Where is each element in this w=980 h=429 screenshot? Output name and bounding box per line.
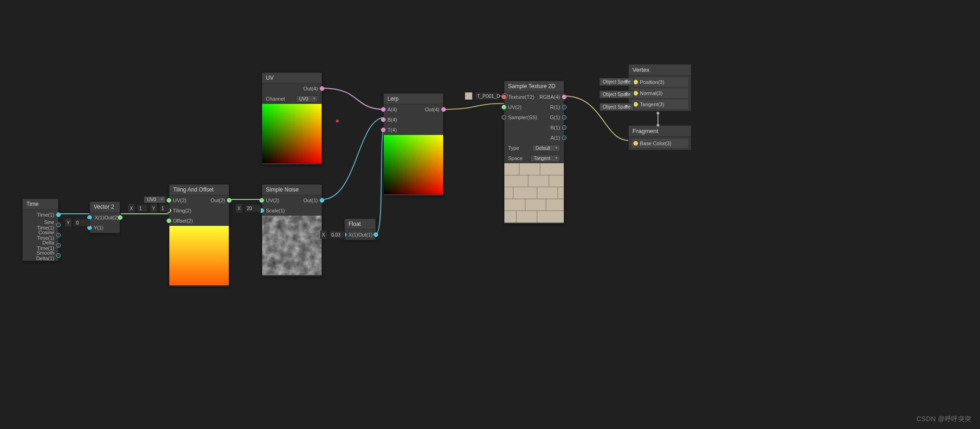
port-label: G(1) (550, 115, 560, 120)
tiling-xy-input[interactable]: X1 Y1 (128, 204, 171, 212)
svg-rect-3 (262, 216, 322, 275)
port-label: Out(2) (104, 215, 119, 220)
input-port[interactable] (502, 105, 506, 109)
space-tag: Object Space (600, 90, 634, 98)
svg-rect-2 (262, 104, 322, 163)
input-port[interactable] (633, 80, 638, 84)
port-label: UV(2) (173, 198, 187, 203)
space-tag: Object Space (600, 78, 634, 86)
port-label: Position(3) (640, 79, 664, 85)
port-label: Sine Time(1) (26, 219, 54, 231)
port-label: Time(1) (37, 212, 54, 218)
port-label: Smooth Delta(1) (26, 250, 54, 261)
node-time[interactable]: Time Time(1) Sine Time(1) Cosine Time(1)… (22, 198, 58, 261)
output-port[interactable] (441, 107, 446, 112)
port-label: Out(1) (358, 232, 373, 237)
vector2-y-input[interactable]: Y 0 (65, 218, 91, 227)
port-label: B(1) (550, 125, 560, 130)
node-vector2[interactable]: Vector 2 X(1) Out(2) Y(1) (90, 201, 120, 233)
channel-label: Channel (266, 96, 285, 102)
float-x-input[interactable]: X0.03 (320, 231, 347, 239)
output-port[interactable] (56, 212, 61, 217)
type-dropdown[interactable]: Default (532, 145, 560, 152)
type-label: Type (508, 145, 519, 151)
port-label: Tiling(2) (173, 208, 191, 213)
output-port[interactable] (320, 86, 324, 91)
output-port[interactable] (374, 232, 378, 237)
svg-rect-0 (169, 226, 229, 285)
node-lerp[interactable]: Lerp A(4) Out(4) B(4) T(4) (383, 93, 444, 196)
port-label: B(4) (387, 117, 397, 122)
texture-slot[interactable]: T_PD01_D (465, 92, 508, 100)
input-port[interactable] (633, 141, 638, 146)
port-label: A(1) (550, 135, 560, 141)
node-title: Float (345, 219, 375, 230)
input-port[interactable] (167, 198, 171, 203)
port-label: Base Color(3) (640, 141, 671, 146)
node-title: Simple Noise (262, 185, 322, 195)
port-label: A(4) (387, 107, 397, 112)
space-dropdown[interactable]: Tangent (530, 155, 560, 162)
node-preview (384, 135, 443, 194)
port-label: Out(1) (303, 198, 318, 203)
port-label: Tangent(3) (640, 102, 664, 107)
input-port[interactable] (167, 218, 171, 223)
input-port[interactable] (381, 117, 386, 122)
port-label: R(1) (550, 104, 560, 110)
node-preview (262, 216, 322, 275)
output-port[interactable] (227, 198, 232, 203)
port-label: Y(1) (94, 225, 103, 231)
target-icon[interactable] (502, 93, 508, 99)
port-label: Scale(1) (266, 208, 285, 213)
output-port[interactable] (56, 233, 61, 237)
output-port[interactable] (56, 253, 61, 258)
port-label: Delta Time(1) (26, 240, 54, 251)
port-label: Out(4) (303, 86, 318, 91)
input-port[interactable] (502, 115, 506, 120)
node-title: Sample Texture 2D (504, 81, 564, 92)
output-port[interactable] (562, 95, 567, 99)
port-label: Normal(3) (640, 90, 663, 96)
node-tiling-and-offset[interactable]: Tiling And Offset UV(2) Out(2) Tiling(2)… (169, 184, 229, 287)
node-preview (504, 163, 564, 223)
input-port[interactable] (633, 91, 638, 96)
output-port[interactable] (562, 115, 567, 120)
tiling-uv-dropdown[interactable]: UV0 (144, 196, 166, 203)
port-label: RGBA(4) (539, 94, 560, 100)
output-fragment[interactable]: Fragment Base Color(3) (628, 125, 691, 150)
input-port[interactable] (259, 198, 264, 203)
output-port[interactable] (562, 105, 567, 109)
texture-thumb (465, 92, 472, 100)
node-title: Time (23, 199, 58, 210)
space-label: Space (508, 155, 522, 161)
port-label: X(1) (348, 232, 358, 237)
input-port[interactable] (633, 102, 638, 107)
port-label: T(4) (387, 127, 397, 133)
output-vertex[interactable]: Vertex Position(3) Normal(3) Tangent(3) (628, 64, 691, 111)
output-port[interactable] (56, 223, 61, 227)
port-label: Offset(2) (173, 218, 193, 224)
port-label: Sampler(SS) (508, 115, 537, 120)
node-preview (169, 226, 229, 285)
node-float[interactable]: Float X(1) Out(1) (344, 218, 376, 240)
port-label: UV(2) (508, 104, 522, 110)
node-title: Tiling And Offset (169, 185, 229, 195)
node-simple-noise[interactable]: Simple Noise UV(2) Out(1) Scale(1) (262, 184, 322, 276)
output-port[interactable] (320, 198, 324, 203)
shader-graph-canvas[interactable]: Time Time(1) Sine Time(1) Cosine Time(1)… (0, 0, 980, 429)
node-uv[interactable]: UV Out(4) Channel UV0 (262, 72, 322, 165)
port-label: Out(2) (211, 198, 225, 203)
output-port[interactable] (118, 215, 122, 220)
channel-dropdown[interactable]: UV0 (296, 96, 318, 102)
output-port[interactable] (56, 243, 61, 248)
noise-scale-input[interactable]: X20 (236, 204, 262, 212)
output-port[interactable] (562, 135, 567, 140)
input-port[interactable] (381, 128, 386, 132)
output-port[interactable] (562, 125, 567, 130)
error-indicator (336, 120, 339, 122)
input-port[interactable] (381, 107, 386, 112)
node-title: Vector 2 (90, 202, 120, 212)
svg-rect-5 (384, 135, 443, 194)
port-label: Cosine Time(1) (26, 230, 54, 241)
node-sample-texture-2d[interactable]: Sample Texture 2D Texture(T2) RGBA(4) UV… (504, 81, 564, 224)
